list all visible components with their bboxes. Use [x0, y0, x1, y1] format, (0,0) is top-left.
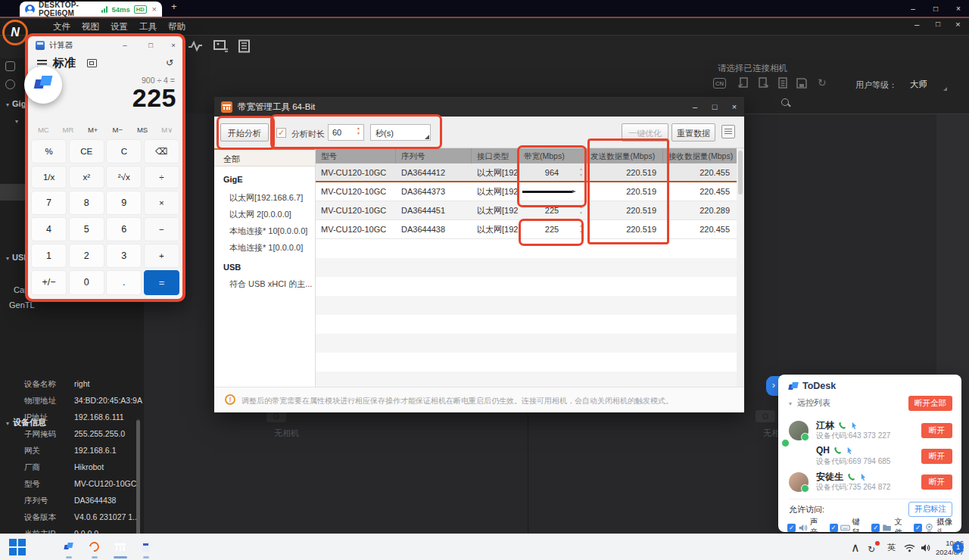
- session-tab[interactable]: DESKTOP-PQEI6QM 54ms HD ×: [20, 2, 162, 17]
- sidebar-settings-icon[interactable]: [5, 61, 15, 71]
- sidebar-scrollbar[interactable]: [136, 418, 140, 534]
- key-negate[interactable]: +/−: [31, 270, 67, 295]
- key-equals[interactable]: =: [144, 270, 179, 295]
- key-square[interactable]: x²: [69, 166, 104, 188]
- disconnect-button[interactable]: 断开: [921, 423, 952, 438]
- volume-icon[interactable]: [921, 534, 931, 560]
- menu-settings[interactable]: 设置: [111, 21, 128, 33]
- save-icon[interactable]: [796, 77, 808, 89]
- refresh-icon[interactable]: ↻: [818, 76, 830, 89]
- duration-spinner[interactable]: ▲▼: [355, 126, 362, 135]
- filter-group-usb[interactable]: USB: [214, 259, 324, 275]
- bandwidth-slider[interactable]: [522, 191, 572, 193]
- key-backspace[interactable]: ⌫: [144, 139, 179, 163]
- key-0[interactable]: 0: [69, 270, 104, 295]
- key-3[interactable]: 3: [106, 244, 142, 268]
- key-sqrt[interactable]: ²√x: [106, 166, 142, 188]
- table-row[interactable]: MV-CU120-10GC DA3644373 以太网[192.1... 220…: [316, 182, 737, 201]
- wifi-icon[interactable]: [904, 534, 915, 560]
- calc-maximize-button[interactable]: □: [142, 36, 160, 53]
- table-row[interactable]: MV-CU120-10GC DA3644438 以太网[192.1... 225…: [316, 220, 737, 239]
- cursor-control-icon[interactable]: [859, 473, 868, 481]
- user-level-value[interactable]: 大师: [910, 79, 927, 90]
- notification-badge[interactable]: 1: [952, 534, 964, 560]
- history-icon[interactable]: ↺: [166, 58, 173, 68]
- col-interface[interactable]: 接口类型: [472, 148, 519, 163]
- bandwidth-spin-cell[interactable]: 225▲▼: [519, 220, 585, 238]
- user-level-dropdown-grip[interactable]: [943, 87, 947, 91]
- key-clear[interactable]: C: [106, 139, 142, 163]
- new-session-button[interactable]: +: [171, 1, 177, 12]
- sidebar-filter-icon[interactable]: [5, 79, 15, 89]
- cn-language-icon[interactable]: CN: [713, 78, 726, 89]
- session-close-icon[interactable]: ×: [152, 5, 157, 14]
- duration-unit-select[interactable]: 秒(s): [370, 124, 431, 141]
- calc-minimize-button[interactable]: –: [116, 36, 134, 53]
- export-config-icon[interactable]: [757, 77, 769, 89]
- mvs-minimize-button[interactable]: –: [914, 20, 919, 29]
- menu-file[interactable]: 文件: [53, 21, 70, 33]
- taskbar-todesk-icon[interactable]: [61, 539, 77, 555]
- mem-clear[interactable]: MC: [31, 126, 56, 134]
- table-scrollbar[interactable]: [737, 148, 744, 387]
- disconnect-button[interactable]: 断开: [921, 449, 952, 464]
- bw-maximize-button[interactable]: □: [705, 97, 724, 117]
- filter-item-all[interactable]: 全部: [214, 148, 315, 166]
- tray-todesk-icon[interactable]: ↻: [868, 534, 879, 560]
- key-reciprocal[interactable]: 1/x: [31, 166, 67, 188]
- menu-tools[interactable]: 工具: [139, 21, 157, 33]
- mem-subtract[interactable]: M−: [105, 126, 130, 134]
- duration-checkbox[interactable]: ✓: [276, 128, 286, 138]
- key-multiply[interactable]: ×: [144, 191, 179, 215]
- taskbar-mvs-icon[interactable]: [86, 539, 103, 555]
- disconnect-button[interactable]: 断开: [921, 474, 952, 490]
- mem-list[interactable]: M∨: [154, 126, 179, 134]
- keep-on-top-icon[interactable]: [87, 59, 97, 67]
- bw-close-button[interactable]: ×: [724, 97, 744, 117]
- waveform-tool-icon[interactable]: [188, 39, 203, 53]
- filter-item-eth1[interactable]: 以太网[192.168.6.7]: [214, 189, 330, 206]
- col-bandwidth[interactable]: 带宽(Mbps): [519, 148, 585, 163]
- bw-minimize-button[interactable]: –: [685, 97, 705, 117]
- bandwidth-title-bar[interactable]: 带宽管理工具 64-Bit – □ ×: [214, 97, 744, 117]
- taskbar-bandwidth-icon[interactable]: [112, 539, 129, 555]
- mvs-restore-button[interactable]: □: [936, 20, 940, 28]
- checkbox-checked-icon[interactable]: ✓: [871, 524, 880, 532]
- col-model[interactable]: 型号: [316, 148, 396, 163]
- voice-call-icon[interactable]: [833, 446, 842, 455]
- start-analysis-button[interactable]: 开始分析: [220, 123, 269, 142]
- key-divide[interactable]: ÷: [144, 166, 179, 188]
- key-minus[interactable]: −: [144, 217, 179, 241]
- cursor-control-icon[interactable]: [850, 422, 858, 430]
- menu-help[interactable]: 帮助: [168, 21, 185, 33]
- col-tx[interactable]: 发送数据量(Mbps): [585, 148, 663, 163]
- col-serial[interactable]: 序列号: [396, 148, 472, 163]
- search-icon[interactable]: [781, 98, 791, 108]
- key-2[interactable]: 2: [69, 244, 104, 268]
- filter-item-local10[interactable]: 本地连接* 10[0.0.0.0]: [214, 222, 330, 239]
- remote-maximize-button[interactable]: □: [925, 0, 946, 17]
- checkbox-checked-icon[interactable]: ✓: [914, 524, 922, 532]
- key-9[interactable]: 9: [106, 191, 142, 215]
- load-file-icon[interactable]: [777, 77, 789, 89]
- table-row[interactable]: MV-CU120-10GC DA3644451 以太网[192.1... 225…: [316, 201, 737, 220]
- filter-item-local1[interactable]: 本地连接* 1[0.0.0.0]: [214, 239, 330, 256]
- key-6[interactable]: 6: [106, 217, 142, 241]
- key-decimal[interactable]: .: [106, 270, 142, 295]
- duration-input[interactable]: 60 ▲▼: [328, 124, 364, 141]
- key-5[interactable]: 5: [69, 217, 104, 241]
- key-7[interactable]: 7: [31, 191, 67, 215]
- key-8[interactable]: 8: [69, 191, 104, 215]
- import-config-icon[interactable]: [737, 77, 749, 89]
- voice-call-icon[interactable]: [838, 422, 846, 430]
- start-button[interactable]: [9, 539, 26, 555]
- cursor-control-icon[interactable]: [846, 446, 854, 455]
- checkbox-checked-icon[interactable]: ✓: [830, 524, 838, 532]
- mem-add[interactable]: M+: [80, 126, 105, 134]
- taskbar-calculator-icon[interactable]: [138, 539, 154, 555]
- remote-close-button[interactable]: ×: [948, 0, 969, 17]
- image-tool-icon[interactable]: [213, 39, 229, 53]
- key-1[interactable]: 1: [31, 244, 67, 268]
- one-key-optimize-button[interactable]: 一键优化: [622, 123, 668, 142]
- table-row[interactable]: MV-CU120-10GC DA3644412 以太网[192.1... 964…: [316, 163, 737, 182]
